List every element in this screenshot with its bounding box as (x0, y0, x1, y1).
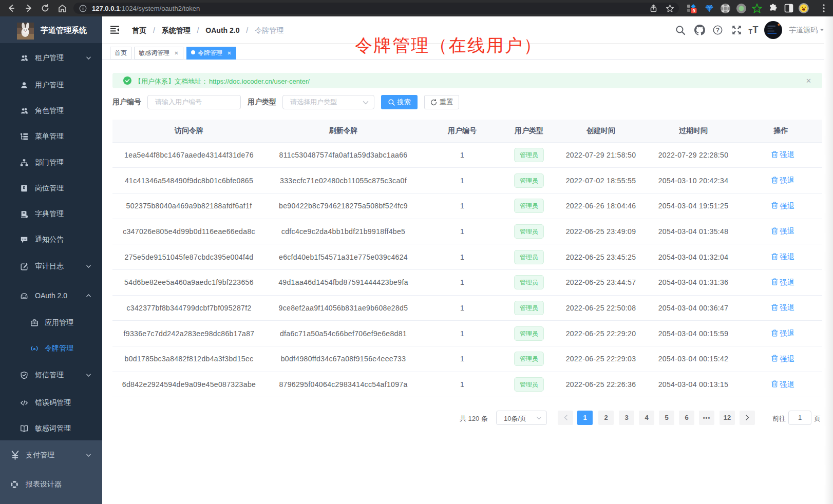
svg-text:a: a (33, 346, 36, 351)
svg-text:?: ? (715, 27, 719, 34)
svg-text:9: 9 (693, 8, 695, 13)
